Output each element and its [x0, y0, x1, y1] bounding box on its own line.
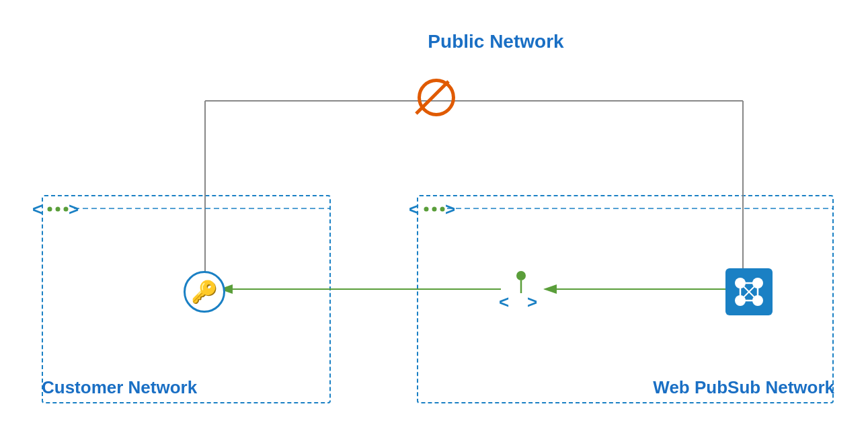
- ban-icon-wrapper: [414, 75, 459, 120]
- svg-point-17: [440, 207, 445, 212]
- diagram-container: Public Network Customer Network Web PubS…: [0, 0, 868, 431]
- svg-text:<: <: [32, 199, 42, 219]
- public-network-label: Public Network: [416, 31, 576, 52]
- web-pubsub-icon: [725, 268, 773, 315]
- svg-point-11: [56, 207, 61, 212]
- svg-point-19: [516, 271, 526, 280]
- middle-chevron-connector: < >: [409, 195, 463, 223]
- svg-point-16: [432, 207, 437, 212]
- svg-text:>: >: [69, 199, 79, 219]
- web-pubsub-network-label: Web PubSub Network: [653, 377, 834, 398]
- svg-text:>: >: [527, 292, 537, 312]
- svg-text:>: >: [445, 199, 455, 219]
- left-chevron-connector: < >: [32, 195, 83, 223]
- chevron-middle-icon: < >: [409, 195, 463, 223]
- svg-point-15: [424, 207, 429, 212]
- svg-text:<: <: [499, 292, 509, 312]
- ban-icon: [418, 79, 455, 116]
- key-icon: 🔑: [184, 271, 225, 313]
- svg-point-12: [64, 207, 69, 212]
- customer-network-label: Customer Network: [42, 377, 197, 398]
- pubsub-svg: [732, 274, 766, 309]
- chevron-left-icon: < >: [32, 195, 83, 223]
- svg-point-10: [48, 207, 52, 212]
- private-endpoint-icon: < >: [498, 269, 545, 315]
- web-pubsub-icon-wrapper: [725, 268, 773, 316]
- key-icon-wrapper: 🔑: [182, 269, 227, 315]
- private-link-icon: < >: [498, 269, 545, 315]
- svg-text:<: <: [409, 199, 419, 219]
